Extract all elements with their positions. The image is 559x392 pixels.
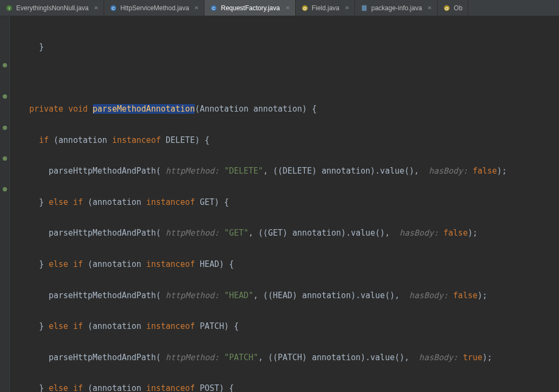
- java-class-icon: C: [110, 4, 117, 12]
- gutter-marker-icon[interactable]: [2, 61, 8, 68]
- svg-point-15: [3, 187, 7, 191]
- tab-label: Field.java: [312, 4, 339, 12]
- svg-point-11: [3, 63, 7, 67]
- svg-rect-8: [362, 5, 367, 11]
- gutter-marker-icon[interactable]: [2, 93, 8, 99]
- code-line: }: [10, 39, 559, 55]
- close-icon[interactable]: ✕: [427, 5, 432, 11]
- tab-httpservice[interactable]: C HttpServiceMethod.java ✕: [104, 0, 204, 16]
- code-editor[interactable]: } private void parseMethodAnnotation(Ann…: [0, 16, 559, 392]
- svg-text:@: @: [303, 5, 307, 10]
- tab-everything[interactable]: I EverythingIsNonNull.java ✕: [0, 0, 104, 16]
- svg-point-13: [3, 126, 7, 130]
- tab-label: package-info.java: [371, 4, 422, 12]
- java-class-icon: C: [210, 4, 217, 12]
- svg-text:C: C: [112, 5, 115, 10]
- code-line: } else if (annotation instanceof POST) {: [10, 381, 559, 392]
- code-line: parseHttpMethodAndPath( httpMethod: "GET…: [10, 225, 559, 241]
- code-line: parseHttpMethodAndPath( httpMethod: "PAT…: [10, 350, 559, 366]
- java-annotation-icon: @: [443, 4, 451, 12]
- java-annotation-icon: @: [301, 4, 309, 12]
- tab-packageinfo[interactable]: package-info.java ✕: [355, 0, 438, 16]
- svg-point-14: [3, 156, 7, 161]
- tab-ob[interactable]: @ Ob: [438, 0, 468, 16]
- code-line: private void parseMethodAnnotation(Annot…: [10, 101, 559, 117]
- code-line: } else if (annotation instanceof HEAD) {: [10, 257, 559, 272]
- tab-label: Ob: [454, 4, 462, 12]
- tab-label: RequestFactory.java: [221, 4, 280, 12]
- svg-text:@: @: [445, 5, 449, 10]
- tab-field[interactable]: @ Field.java ✕: [296, 0, 355, 16]
- close-icon[interactable]: ✕: [345, 5, 349, 11]
- code-line: if (annotation instanceof DELETE) {: [10, 133, 559, 148]
- code-line: } else if (annotation instanceof GET) {: [10, 195, 559, 210]
- gutter-marker-icon[interactable]: [2, 124, 8, 130]
- tab-label: HttpServiceMethod.java: [120, 4, 189, 12]
- svg-text:C: C: [213, 5, 216, 10]
- code-line: [10, 70, 559, 86]
- gutter: [0, 16, 10, 392]
- selected-method-name: parseMethodAnnotation: [93, 104, 195, 114]
- code-line: } else if (annotation instanceof PATCH) …: [10, 319, 559, 334]
- java-file-icon: [360, 4, 368, 12]
- java-interface-icon: I: [5, 4, 13, 12]
- svg-point-12: [3, 94, 7, 99]
- tab-label: EverythingIsNonNull.java: [16, 4, 88, 12]
- close-icon[interactable]: ✕: [194, 5, 199, 11]
- tab-bar: I EverythingIsNonNull.java ✕ C HttpServi…: [0, 0, 559, 16]
- close-icon[interactable]: ✕: [94, 5, 98, 11]
- gutter-marker-icon[interactable]: [2, 185, 8, 192]
- code-line: parseHttpMethodAndPath( httpMethod: "DEL…: [10, 163, 559, 179]
- gutter-marker-icon[interactable]: [2, 155, 8, 161]
- code-line: parseHttpMethodAndPath( httpMethod: "HEA…: [10, 288, 559, 304]
- svg-text:I: I: [9, 5, 10, 10]
- close-icon[interactable]: ✕: [285, 5, 290, 11]
- tab-requestfactory[interactable]: C RequestFactory.java ✕: [204, 0, 295, 16]
